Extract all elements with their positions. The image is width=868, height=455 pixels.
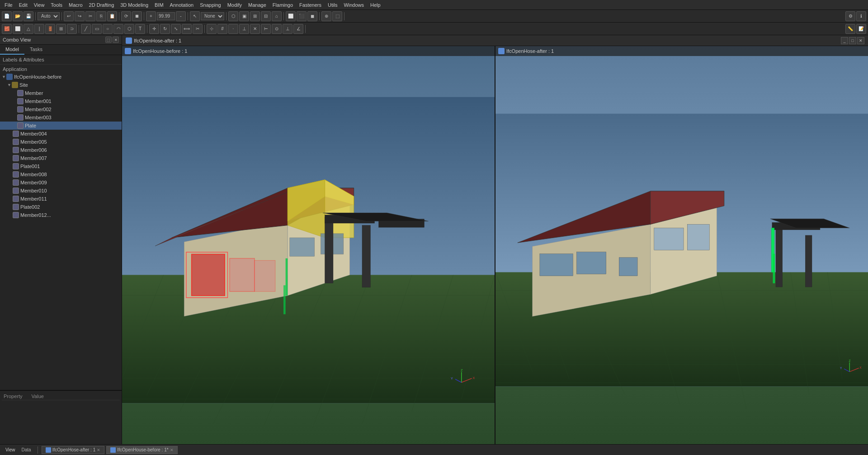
viewport-left[interactable]: IfcOpenHouse-before : 1 (122, 46, 495, 444)
viewport-right[interactable]: IfcOpenHose-after : 1 (495, 46, 868, 444)
menu-2d-drafting[interactable]: 2D Drafting (86, 1, 117, 9)
arch-window-btn[interactable]: ⊞ (56, 24, 66, 34)
snap-center-btn[interactable]: ⊙ (272, 24, 282, 34)
annotate-btn[interactable]: 📝 (856, 24, 866, 34)
settings-btn[interactable]: ⚙ (845, 11, 855, 21)
tree-item-root[interactable]: ▼ IfcOpenHouse-before (0, 73, 122, 81)
menu-bim[interactable]: BIM (152, 1, 166, 9)
menu-macro[interactable]: Macro (66, 1, 85, 9)
tab-tasks[interactable]: Tasks (24, 45, 48, 55)
mirror-btn[interactable]: ⟺ (182, 24, 192, 34)
stop-btn[interactable]: ⏹ (132, 11, 142, 21)
save-btn[interactable]: 💾 (24, 11, 33, 21)
menu-file[interactable]: File (2, 1, 15, 9)
menu-annotation[interactable]: Annotation (167, 1, 197, 9)
new-file-btn[interactable]: 📄 (2, 11, 12, 21)
draw-poly-btn[interactable]: ⬡ (124, 24, 134, 34)
solid-btn[interactable]: ⬛ (297, 11, 307, 21)
data-tab[interactable]: Data (19, 447, 34, 453)
arch-column-btn[interactable]: | (34, 24, 44, 34)
tree-item-member012[interactable]: Member012... (0, 211, 122, 219)
info-btn[interactable]: ℹ (856, 11, 866, 21)
draw-arc-btn[interactable]: ◠ (113, 24, 123, 34)
menu-view[interactable]: View (31, 1, 47, 9)
draw-line-btn[interactable]: ╱ (81, 24, 91, 34)
measure-btn[interactable]: 📏 (845, 24, 855, 34)
undo-btn[interactable]: ↩ (64, 11, 74, 21)
status-tab-before-close[interactable]: ✕ (170, 448, 174, 452)
snap-mid-btn[interactable]: ⊥ (239, 24, 249, 34)
view-home-btn[interactable]: ⌂ (272, 11, 282, 21)
select-all-btn[interactable]: ⊕ (321, 11, 331, 21)
box-select-btn[interactable]: ⬚ (332, 11, 342, 21)
shaded-btn[interactable]: ◼ (307, 11, 317, 21)
draw-text-btn[interactable]: T (135, 24, 145, 34)
tab-model[interactable]: Model (0, 45, 24, 55)
viewport-right-scene[interactable]: X Z Y (495, 56, 868, 444)
rotate-btn[interactable]: ↻ (160, 24, 170, 34)
viewport-close-btn[interactable]: ✕ (857, 37, 864, 44)
snap-grid-btn[interactable]: # (217, 24, 227, 34)
snap-dropdown[interactable]: None (201, 12, 224, 20)
open-file-btn[interactable]: 📂 (13, 11, 23, 21)
tree-item-member001[interactable]: Member001 (0, 97, 122, 105)
status-tab-after-close[interactable]: ✕ (97, 448, 100, 452)
menu-snapping[interactable]: Snapping (197, 1, 224, 9)
status-tab-before[interactable]: IfcOpenHouse-before : 1* ✕ (106, 446, 177, 454)
zoom-out-btn[interactable]: - (176, 11, 186, 21)
snap-intersect-btn[interactable]: ✕ (250, 24, 260, 34)
zoom-input[interactable] (157, 12, 175, 20)
zoom-in-btn[interactable]: + (146, 11, 156, 21)
view-right-btn[interactable]: ⊟ (261, 11, 271, 21)
tree-item-member009[interactable]: Member009 (0, 178, 122, 187)
status-tab-after[interactable]: IfcOpenHose-after : 1 ✕ (42, 446, 105, 454)
view-iso-btn[interactable]: ⬡ (228, 11, 238, 21)
tree-item-plate[interactable]: Plate (0, 122, 122, 130)
select-btn[interactable]: ↖ (190, 11, 200, 21)
menu-edit[interactable]: Edit (16, 1, 30, 9)
menu-flamingo[interactable]: Flamingo (270, 1, 296, 9)
refresh-btn[interactable]: ⟳ (121, 11, 131, 21)
tree-item-member007[interactable]: Member007 (0, 154, 122, 162)
tree-item-member008[interactable]: Member008 (0, 170, 122, 178)
menu-utils[interactable]: Utils (325, 1, 340, 9)
menu-fasteners[interactable]: Fasteners (297, 1, 324, 9)
arch-door-btn[interactable]: 🚪 (45, 24, 55, 34)
arch-floor-btn[interactable]: ⬜ (13, 24, 23, 34)
menu-tools[interactable]: Tools (48, 1, 65, 9)
paste-btn[interactable]: 📋 (107, 11, 117, 21)
tree-item-member006[interactable]: Member006 (0, 146, 122, 154)
panel-close-btn[interactable]: ✕ (113, 37, 119, 43)
tree-item-plate002[interactable]: Plate002 (0, 203, 122, 211)
view-front-btn[interactable]: ▣ (239, 11, 249, 21)
tree-item-member002[interactable]: Member002 (0, 105, 122, 113)
arch-roof-btn[interactable]: △ (24, 24, 33, 34)
tree-item-plate001[interactable]: Plate001 (0, 162, 122, 170)
menu-windows[interactable]: Windows (341, 1, 367, 9)
tree-item-member004[interactable]: Member004 (0, 130, 122, 138)
copy-btn[interactable]: ⎘ (96, 11, 106, 21)
tree-item-member011[interactable]: Member011 (0, 195, 122, 203)
draw-circle-btn[interactable]: ○ (103, 24, 113, 34)
viewport-minimize-btn[interactable]: _ (841, 37, 848, 44)
menu-manage[interactable]: Manage (245, 1, 269, 9)
scale-btn[interactable]: ⤡ (171, 24, 181, 34)
menu-3d-modeling[interactable]: 3D Modeling (118, 1, 151, 9)
view-top-btn[interactable]: ⊞ (250, 11, 260, 21)
redo-btn[interactable]: ↪ (75, 11, 85, 21)
arch-pipe-btn[interactable]: ⊃ (67, 24, 77, 34)
draw-rect-btn[interactable]: ▭ (92, 24, 102, 34)
tree-item-member003[interactable]: Member003 (0, 113, 122, 122)
snap-toggle-btn[interactable]: ⊹ (207, 24, 217, 34)
workbench-dropdown[interactable]: Auto (38, 12, 60, 20)
tree-item-site[interactable]: ▼ Site (0, 81, 122, 89)
tree-item-member[interactable]: Member (0, 89, 122, 97)
viewports-container[interactable]: IfcOpenHouse-before : 1 (122, 46, 868, 444)
snap-perp-btn[interactable]: ⊥ (283, 24, 292, 34)
snap-angle-btn[interactable]: ∠ (293, 24, 303, 34)
panel-float-btn[interactable]: ⬚ (105, 37, 112, 43)
snap-end-btn[interactable]: ⊢ (261, 24, 271, 34)
tree-panel[interactable]: Application ▼ IfcOpenHouse-before ▼ Site (0, 65, 122, 390)
viewport-left-scene[interactable]: X Z Y (122, 56, 495, 444)
arch-wall-btn[interactable]: 🧱 (2, 24, 12, 34)
